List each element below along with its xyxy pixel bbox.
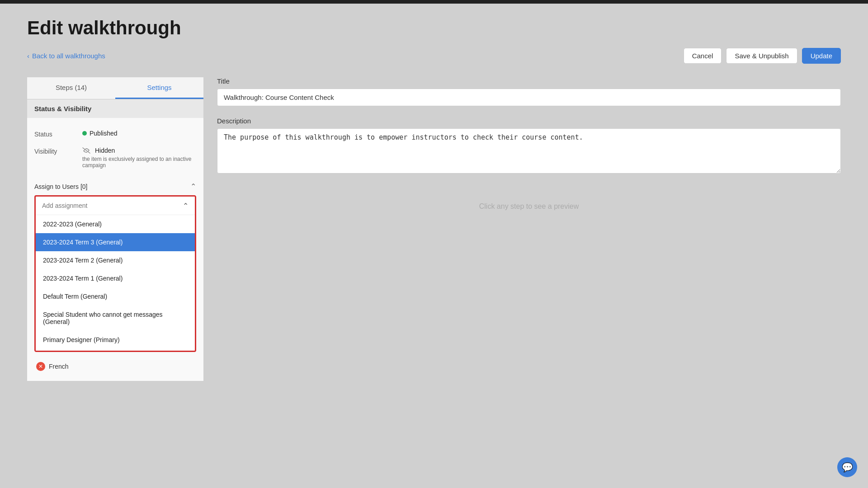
visibility-label: Visibility [34,147,75,155]
title-group: Title [217,77,841,106]
save-unpublish-button[interactable]: Save & Unpublish [726,48,797,64]
update-button[interactable]: Update [802,48,841,64]
dropdown-input-row: ⌃ [36,197,195,215]
title-label: Title [217,77,841,85]
preview-text: Click any step to see a preview [479,202,579,210]
dropdown-item[interactable]: 2023-2024 Term 3 (General) [36,233,195,251]
dropdown-item[interactable]: 2023-2024 Term 1 (General) [36,269,195,287]
chevron-left-icon: ‹ [27,52,29,60]
dropdown-item[interactable]: 2022-2023 (General) [36,215,195,233]
assigned-tags: ✕French [34,359,196,374]
cancel-button[interactable]: Cancel [684,48,722,64]
status-visibility-header: Status & Visibility [27,99,203,118]
back-link[interactable]: ‹ Back to all walkthroughs [27,52,105,60]
left-panel: Steps (14) Settings Status & Visibility … [27,77,203,381]
assignment-dropdown: ⌃ 2022-2023 (General)2023-2024 Term 3 (G… [34,195,196,352]
status-row: Status Published [34,125,196,142]
tab-steps[interactable]: Steps (14) [27,77,115,99]
remove-tag-button[interactable]: ✕ [36,362,45,371]
status-label: Status [34,130,75,138]
dropdown-item[interactable]: Special Student who cannot get messages … [36,305,195,331]
action-buttons: Cancel Save & Unpublish Update [684,48,841,64]
page-container: Edit walkthrough ‹ Back to all walkthrou… [0,4,868,394]
tag-label: French [49,363,69,370]
chat-button[interactable]: 💬 [837,457,857,477]
dropdown-item[interactable]: Default Term (General) [36,287,195,305]
description-textarea[interactable]: The purpose of this walkthrough is to em… [217,128,841,174]
add-assignment-input[interactable] [36,197,176,215]
status-value: Published [82,130,118,137]
header-actions: ‹ Back to all walkthroughs Cancel Save &… [27,48,841,64]
settings-body: Status Published Visibility Hidden [27,118,203,381]
visibility-detail: the item is exclusively assigned to an i… [82,156,196,169]
title-input[interactable] [217,89,841,106]
assigned-tag: ✕French [36,359,194,374]
dropdown-list: 2022-2023 (General)2023-2024 Term 3 (Gen… [36,215,195,351]
status-dot [82,131,87,136]
page-title: Edit walkthrough [27,17,841,39]
right-panel: Title Description The purpose of this wa… [217,77,841,381]
visibility-info: Hidden the item is exclusively assigned … [82,147,196,169]
dropdown-chevron-icon[interactable]: ⌃ [176,197,195,215]
tabs: Steps (14) Settings [27,77,203,99]
dropdown-item[interactable]: DesignerEnrollment (Base Role) [36,349,195,351]
assign-section: Assign to Users [0] ⌃ ⌃ 2022-2023 (Gener… [34,178,196,374]
chat-icon: 💬 [842,462,853,473]
assign-header[interactable]: Assign to Users [0] ⌃ [34,178,196,195]
description-label: Description [217,117,841,125]
tab-settings[interactable]: Settings [115,77,203,99]
dropdown-item[interactable]: Primary Designer (Primary) [36,331,195,349]
preview-area: Click any step to see a preview [217,202,841,211]
dropdown-item[interactable]: 2023-2024 Term 2 (General) [36,251,195,269]
top-bar [0,0,868,4]
hidden-eye-icon [82,147,90,154]
description-group: Description The purpose of this walkthro… [217,117,841,175]
main-layout: Steps (14) Settings Status & Visibility … [27,77,841,381]
visibility-row: Visibility Hidden the item is exclusivel… [34,142,196,173]
chevron-up-icon: ⌃ [190,182,196,191]
